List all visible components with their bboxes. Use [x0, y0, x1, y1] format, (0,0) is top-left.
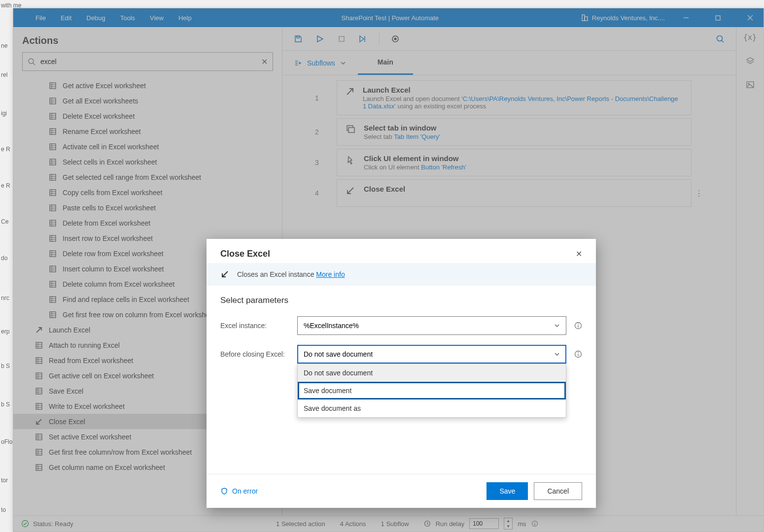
shield-icon [220, 487, 228, 495]
excel-instance-select[interactable]: %ExcelInstance% [297, 316, 566, 335]
excel-instance-label: Excel instance: [220, 322, 289, 330]
stray-text: ne [1, 42, 7, 49]
stray-text: oFlo [1, 438, 12, 445]
stray-text: b S [1, 363, 10, 369]
dialog-title: Close Excel [220, 249, 270, 259]
chevron-down-icon [554, 351, 560, 357]
stray-text: rel [1, 71, 7, 78]
cancel-button[interactable]: Cancel [534, 482, 582, 500]
stray-text: b S [1, 401, 10, 408]
option-do-not-save[interactable]: Do not save document [298, 364, 566, 382]
stray-text: e R [1, 146, 10, 153]
on-error-label: On error [232, 487, 258, 495]
stray-text: erp [1, 328, 9, 335]
arrow-down-left-icon [220, 270, 229, 279]
dialog-description: Closes an Excel instance More info [207, 263, 596, 286]
info-icon [574, 350, 582, 358]
stray-text: to [1, 506, 6, 513]
on-error-button[interactable]: On error [220, 487, 258, 495]
save-button[interactable]: Save [486, 482, 528, 500]
close-excel-dialog: Close Excel ✕ Closes an Excel instance M… [207, 239, 596, 508]
svg-line-127 [222, 271, 228, 277]
stray-text: tor [1, 477, 8, 484]
dialog-close-button[interactable]: ✕ [576, 249, 582, 259]
select-parameters-heading: Select parameters [220, 296, 582, 305]
more-info-link[interactable]: More info [316, 270, 345, 278]
info-button[interactable] [574, 322, 582, 330]
app-window: File Edit Debug Tools View Help SharePoi… [13, 8, 764, 532]
dialog-info-text: Closes an Excel instance [237, 270, 314, 278]
stray-text: nrc [1, 295, 9, 301]
before-closing-label: Before closing Excel: [220, 350, 289, 358]
stray-text: e R [1, 182, 10, 189]
stray-text: Ce [1, 218, 8, 225]
info-button[interactable] [574, 350, 582, 358]
before-closing-select[interactable]: Do not save document [297, 345, 566, 364]
excel-instance-value: %ExcelInstance% [304, 322, 359, 330]
option-save-document[interactable]: Save document [298, 382, 566, 399]
before-closing-value: Do not save document [304, 350, 373, 358]
stray-text: do [1, 255, 7, 262]
info-icon [574, 322, 582, 330]
stray-text: igi [1, 110, 7, 117]
option-save-document-as[interactable]: Save document as [298, 399, 566, 417]
svg-point-130 [578, 324, 579, 325]
chevron-down-icon [554, 323, 560, 329]
before-closing-dropdown: Do not save document Save document Save … [297, 364, 566, 418]
svg-point-133 [578, 352, 579, 353]
